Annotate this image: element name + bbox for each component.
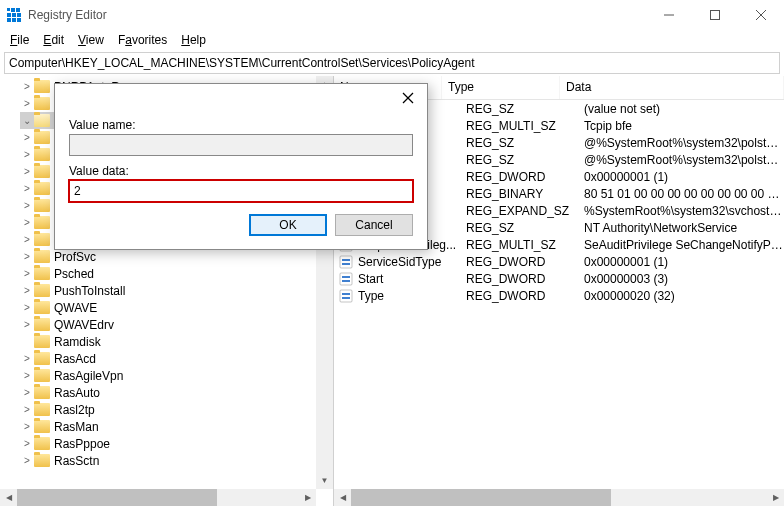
value-data-input[interactable]: [69, 180, 413, 202]
folder-icon: [34, 352, 50, 365]
expand-icon[interactable]: >: [20, 285, 34, 296]
cell-data: 80 51 01 00 00 00 00 00 00 00 00 00 03 0…: [584, 187, 784, 201]
tree-item[interactable]: >RasAgileVpn: [20, 367, 333, 384]
expand-icon[interactable]: >: [20, 370, 34, 381]
tree-item-label: QWAVE: [54, 301, 97, 315]
tree-item-label: RasSctn: [54, 454, 99, 468]
dialog-titlebar: [55, 84, 427, 112]
col-type[interactable]: Type: [442, 76, 560, 99]
tree-item-label: RasAgileVpn: [54, 369, 123, 383]
expand-icon[interactable]: >: [20, 98, 34, 109]
value-data-label: Value data:: [69, 164, 413, 178]
expand-icon[interactable]: >: [20, 302, 34, 313]
cell-type: REG_MULTI_SZ: [466, 119, 584, 133]
tree-item[interactable]: >Psched: [20, 265, 333, 282]
expand-icon[interactable]: >: [20, 81, 34, 92]
close-button[interactable]: [738, 0, 784, 30]
expand-icon[interactable]: >: [20, 455, 34, 466]
expand-icon[interactable]: >: [20, 166, 34, 177]
folder-icon: [34, 131, 50, 144]
menu-edit[interactable]: Edit: [37, 31, 70, 49]
tree-item[interactable]: >RasAcd: [20, 350, 333, 367]
expand-icon[interactable]: >: [20, 268, 34, 279]
folder-icon: [34, 403, 50, 416]
menu-view[interactable]: View: [72, 31, 110, 49]
menu-help[interactable]: Help: [175, 31, 212, 49]
list-row[interactable]: ServiceSidTypeREG_DWORD0x00000001 (1): [334, 253, 784, 270]
tree-item-label: PushToInstall: [54, 284, 125, 298]
list-row[interactable]: StartREG_DWORD0x00000003 (3): [334, 270, 784, 287]
menu-file[interactable]: File: [4, 31, 35, 49]
folder-icon: [34, 182, 50, 195]
expand-icon[interactable]: >: [20, 319, 34, 330]
folder-icon: [34, 369, 50, 382]
cell-data: @%SystemRoot%\system32\polstore.dl: [584, 153, 784, 167]
value-name-input[interactable]: [69, 134, 413, 156]
address-bar[interactable]: Computer\HKEY_LOCAL_MACHINE\SYSTEM\Curre…: [4, 52, 780, 74]
expand-icon[interactable]: >: [20, 234, 34, 245]
cell-type: REG_SZ: [466, 221, 584, 235]
tree-item[interactable]: >ProfSvc: [20, 248, 333, 265]
tree-item[interactable]: >RasPppoe: [20, 435, 333, 452]
folder-icon: [34, 267, 50, 280]
list-hscrollbar[interactable]: ◀ ▶: [334, 489, 784, 506]
expand-icon[interactable]: >: [20, 200, 34, 211]
scroll-left-icon[interactable]: ◀: [334, 489, 351, 506]
regedit-icon: [6, 7, 22, 23]
maximize-button[interactable]: [692, 0, 738, 30]
svg-rect-1: [711, 11, 720, 20]
expand-icon[interactable]: >: [20, 421, 34, 432]
expand-icon[interactable]: >: [20, 387, 34, 398]
folder-icon: [34, 437, 50, 450]
tree-item[interactable]: >RasSctn: [20, 452, 333, 469]
tree-item[interactable]: >RasMan: [20, 418, 333, 435]
cancel-button[interactable]: Cancel: [335, 214, 413, 236]
tree-item-label: RasAcd: [54, 352, 96, 366]
tree-item[interactable]: >QWAVEdrv: [20, 316, 333, 333]
expand-icon[interactable]: >: [20, 251, 34, 262]
minimize-button[interactable]: [646, 0, 692, 30]
scroll-right-icon[interactable]: ▶: [299, 489, 316, 506]
tree-item[interactable]: >RasAuto: [20, 384, 333, 401]
folder-icon: [34, 114, 50, 127]
hscroll-thumb[interactable]: [17, 489, 217, 506]
cell-name: Type: [358, 289, 466, 303]
svg-rect-32: [342, 259, 350, 261]
edit-dialog: Value name: Value data: OK Cancel: [54, 83, 428, 250]
svg-rect-34: [340, 273, 352, 285]
expand-icon[interactable]: >: [20, 132, 34, 143]
tree-item[interactable]: Ramdisk: [20, 333, 333, 350]
scroll-down-icon[interactable]: ▼: [316, 472, 333, 489]
folder-icon: [34, 80, 50, 93]
expand-icon[interactable]: >: [20, 149, 34, 160]
expand-icon[interactable]: >: [20, 353, 34, 364]
dialog-close-button[interactable]: [393, 86, 423, 110]
cell-data: 0x00000020 (32): [584, 289, 784, 303]
list-row[interactable]: TypeREG_DWORD0x00000020 (32): [334, 287, 784, 304]
expand-icon[interactable]: ⌄: [20, 115, 34, 126]
hscroll-thumb[interactable]: [351, 489, 611, 506]
folder-icon: [34, 284, 50, 297]
window-title: Registry Editor: [28, 8, 646, 22]
menu-favorites[interactable]: Favorites: [112, 31, 173, 49]
tree-item[interactable]: >PushToInstall: [20, 282, 333, 299]
svg-rect-31: [340, 256, 352, 268]
expand-icon[interactable]: >: [20, 183, 34, 194]
folder-icon: [34, 199, 50, 212]
scroll-left-icon[interactable]: ◀: [0, 489, 17, 506]
tree-hscrollbar[interactable]: ◀ ▶: [0, 489, 316, 506]
cell-type: REG_SZ: [466, 136, 584, 150]
scroll-right-icon[interactable]: ▶: [767, 489, 784, 506]
col-data[interactable]: Data: [560, 76, 784, 99]
ok-button[interactable]: OK: [249, 214, 327, 236]
cell-data: NT Authority\NetworkService: [584, 221, 784, 235]
expand-icon[interactable]: >: [20, 217, 34, 228]
expand-icon[interactable]: >: [20, 404, 34, 415]
folder-icon: [34, 318, 50, 331]
cell-data: SeAuditPrivilege SeChangeNotifyPrivileg: [584, 238, 784, 252]
expand-icon[interactable]: >: [20, 438, 34, 449]
value-name-label: Value name:: [69, 118, 413, 132]
tree-item[interactable]: >Rasl2tp: [20, 401, 333, 418]
folder-icon: [34, 148, 50, 161]
tree-item[interactable]: >QWAVE: [20, 299, 333, 316]
